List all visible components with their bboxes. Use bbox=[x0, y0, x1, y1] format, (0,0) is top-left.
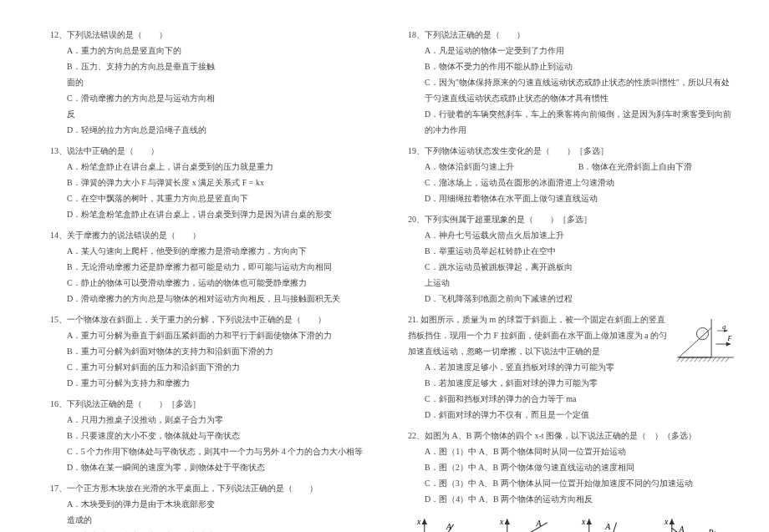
q20-stem: 20、下列实例属于超重现象的是（ ）［多选］ bbox=[408, 211, 736, 227]
q15-stem: 15、一个物体放在斜面上，关于重力的分解，下列说法中正确的是（ ） bbox=[50, 312, 378, 327]
q19-opt-a: A．物体沿斜面匀速上升 bbox=[425, 159, 562, 175]
q21-opt-b: B．若加速度足够大，斜面对球的弹力可能为零 bbox=[425, 375, 736, 391]
q16-opt-c: C．5 个力作用下物体处与平衡状态，则其中一个力与另外 4 个力的合力大小相等 bbox=[67, 443, 378, 459]
svg-text:F: F bbox=[727, 335, 732, 342]
left-column: 12、下列说法错误的是（ ） A．重力的方向总是竖直向下的 B．压力、支持力的方… bbox=[50, 27, 378, 532]
axis-y-label: x bbox=[416, 517, 421, 526]
q21-opt-d: D．斜面对球的弹力不仅有，而且是一个定值 bbox=[425, 407, 736, 423]
q15-opt-b: B．重力可分解为斜面对物体的支持力和沿斜面下滑的力 bbox=[67, 343, 378, 359]
q14-opt-c: C．静止的物体可以受滑动摩擦力，运动的物体也可能受静摩擦力 bbox=[67, 275, 378, 291]
exam-page: 12、下列说法错误的是（ ） A．重力的方向总是竖直向下的 B．压力、支持力的方… bbox=[50, 27, 736, 532]
q13-stem: 13、说法中正确的是（ ） bbox=[50, 143, 378, 159]
q22-opt-c: C．图（3）中 A、B 两个物体从同一位置开始做加速度不同的匀加速运动 bbox=[425, 475, 736, 491]
svg-line-7 bbox=[703, 357, 706, 362]
q18-opt-d: D．行驶着的车辆突然刹车，车上的乘客将向前倾倒，这是因为刹车时乘客受到向前的冲力… bbox=[425, 106, 736, 138]
q16-opt-d: D．物体在某一瞬间的速度为零，则物体处于平衡状态 bbox=[67, 459, 378, 475]
axis-y-label: x bbox=[581, 517, 586, 526]
question-12: 12、下列说法错误的是（ ） A．重力的方向总是竖直向下的 B．压力、支持力的方… bbox=[50, 27, 378, 138]
q20-opt-a: A．神舟七号运载火箭点火后加速上升 bbox=[425, 227, 580, 243]
q18-opt-c: C．因为"物体保持原来的匀速直线运动状态或静止状态的性质叫惯性"，所以只有处于匀… bbox=[425, 74, 736, 106]
q22-opt-a: A．图（1）中 A、B 两个物体同时从同一位置开始运动 bbox=[425, 443, 736, 459]
chart-2: x t A B (2) bbox=[494, 515, 572, 532]
series-a: A bbox=[446, 522, 452, 531]
question-21: F a 21. 如图所示，质量为 m 的球置于斜面上，被一个固定在斜面上的竖直挡… bbox=[408, 312, 736, 423]
q19-opt-c: C．溜冰场上，运动员在圆形的冰面滑道上匀速滑动 bbox=[425, 175, 736, 190]
svg-line-3 bbox=[685, 357, 689, 362]
q13-opt-a: A．粉笔盒静止在讲台桌上，讲台桌受到的压力就是重力 bbox=[67, 159, 378, 175]
question-22: 22、如图为 A、B 两个物体的四个 x-t 图像，以下说法正确的是（ ）（多选… bbox=[408, 428, 736, 507]
q12-opt-d: D．轻绳的拉力方向总是沿绳子直线的 bbox=[67, 122, 222, 138]
svg-marker-25 bbox=[422, 519, 428, 524]
series-a: A bbox=[678, 524, 685, 532]
question-14: 14、关于摩擦力的说法错误的是（ ） A．某人匀速向上爬杆，他受到的摩擦力是滑动… bbox=[50, 227, 378, 307]
question-18: 18、下列说法正确的是（ ） A．凡是运动的物体一定受到了力作用 B．物体不受力… bbox=[408, 27, 736, 138]
q16-opt-b: B．只要速度的大小不变，物体就处与平衡状态 bbox=[67, 428, 378, 443]
svg-marker-41 bbox=[669, 519, 675, 524]
chart-4: x t A B (4) bbox=[659, 515, 736, 532]
svg-line-8 bbox=[708, 357, 711, 362]
q12-opt-a: A．重力的方向总是竖直向下的 bbox=[67, 43, 222, 58]
q17-opt-a: A．木块受到的弹力是由于木块底部形变造成的 bbox=[67, 496, 222, 528]
q17-stem: 17、一个正方形木块放在光滑的水平桌面上，下列说法正确的是（ ） bbox=[50, 480, 378, 496]
chart-1: x t A B (1) bbox=[411, 515, 489, 532]
svg-marker-13 bbox=[679, 327, 711, 357]
q21-opt-c: C．斜面和挡板对球的弹力的合力等于 ma bbox=[425, 391, 736, 407]
svg-marker-37 bbox=[587, 519, 593, 524]
q18-opt-b: B．物体不受力的作用不能从静止到运动 bbox=[425, 58, 573, 74]
q13-opt-d: D．粉笔盒粉笔盒静止在讲台桌上，讲台桌受到弹力是因为讲台桌的形变 bbox=[67, 206, 378, 222]
series-a: A bbox=[604, 522, 611, 531]
q19-stem: 19、下列物体运动状态发生变化的是（ ）［多选］ bbox=[408, 143, 736, 159]
q12-opt-b: B．压力、支持力的方向总是垂直于接触面的 bbox=[67, 58, 222, 90]
svg-line-1 bbox=[676, 357, 680, 362]
q20-opt-d: D．飞机降落到地面之前向下减速的过程 bbox=[425, 291, 580, 307]
q22-opt-d: D．图（4）中 A、B 两个物体的运动方向相反 bbox=[425, 491, 736, 507]
svg-line-9 bbox=[712, 357, 716, 362]
q18-opt-a: A．凡是运动的物体一定受到了力作用 bbox=[425, 43, 564, 58]
svg-line-5 bbox=[695, 357, 698, 362]
axis-y-label: x bbox=[664, 517, 669, 526]
svg-line-4 bbox=[690, 357, 693, 362]
q13-opt-b: B．弹簧的弹力大小 F 与弹簧长度 x 满足关系式 F = kx bbox=[67, 175, 378, 190]
q22-stem: 22、如图为 A、B 两个物体的四个 x-t 图像，以下说法正确的是（ ）（多选… bbox=[408, 428, 736, 443]
q14-opt-a: A．某人匀速向上爬杆，他受到的摩擦力是滑动摩擦力，方向向下 bbox=[67, 243, 378, 259]
q17-opt-b: B．木块受到的弹力是由于桌面形变造成的 bbox=[67, 528, 222, 532]
svg-line-12 bbox=[726, 357, 729, 362]
svg-marker-31 bbox=[504, 519, 510, 524]
svg-line-10 bbox=[716, 357, 720, 362]
right-column: 18、下列说法正确的是（ ） A．凡是运动的物体一定受到了力作用 B．物体不受力… bbox=[408, 27, 736, 532]
svg-line-11 bbox=[721, 357, 725, 362]
q21-figure-icon: F a bbox=[675, 312, 736, 363]
q16-opt-a: A．只用力推桌子没推动，则桌子合力为零 bbox=[67, 412, 378, 428]
q15-opt-a: A．重力可分解为垂直于斜面压紧斜面的力和平行于斜面使物体下滑的力 bbox=[67, 327, 378, 343]
q20-opt-c: C．跳水运动员被跳板弹起，离开跳板向上运动 bbox=[425, 259, 580, 291]
q13-opt-c: C．在空中飘落的树叶，其重力方向总是竖直向下 bbox=[67, 190, 378, 206]
question-16: 16、下列说法正确的是（ ）［多选］ A．只用力推桌子没推动，则桌子合力为零 B… bbox=[50, 396, 378, 475]
q14-opt-d: D．滑动摩擦力的方向总是与物体的相对运动方向相反，且与接触面积无关 bbox=[67, 291, 378, 307]
chart-3: x t A B (3) bbox=[576, 515, 654, 532]
q20-opt-b: B．举重运动员举起杠铃静止在空中 bbox=[425, 243, 580, 259]
series-a: A bbox=[535, 519, 542, 528]
q16-stem: 16、下列说法正确的是（ ）［多选］ bbox=[50, 396, 378, 412]
q18-stem: 18、下列说法正确的是（ ） bbox=[408, 27, 736, 43]
q22-opt-b: B．图（2）中 A、B 两个物体做匀速直线运动的速度相同 bbox=[425, 459, 736, 475]
q15-opt-d: D．重力可分解为支持力和摩擦力 bbox=[67, 375, 190, 391]
q19-opt-d: D．用细绳拉着物体在水平面上做匀速直线运动 bbox=[425, 190, 736, 206]
q12-stem: 12、下列说法错误的是（ ） bbox=[50, 27, 378, 43]
q15-opt-c: C．重力可分解对斜面的压力和沿斜面下滑的力 bbox=[67, 359, 240, 375]
question-15: 15、一个物体放在斜面上，关于重力的分解，下列说法中正确的是（ ） A．重力可分… bbox=[50, 312, 378, 391]
svg-line-2 bbox=[681, 357, 685, 362]
svg-line-6 bbox=[699, 357, 702, 362]
svg-marker-21 bbox=[724, 329, 727, 332]
series-b: B bbox=[708, 528, 713, 532]
q12-opt-c: C．滑动摩擦力的方向总是与运动方向相反 bbox=[67, 90, 222, 122]
question-20: 20、下列实例属于超重现象的是（ ）［多选］ A．神舟七号运载火箭点火后加速上升… bbox=[408, 211, 736, 307]
axis-y-label: x bbox=[499, 517, 504, 526]
q19-opt-b: B．物体在光滑斜面上自由下滑 bbox=[578, 159, 693, 175]
question-13: 13、说法中正确的是（ ） A．粉笔盒静止在讲台桌上，讲台桌受到的压力就是重力 … bbox=[50, 143, 378, 222]
q22-charts: x t A B (1) x t A B bbox=[408, 512, 736, 532]
q14-opt-b: B．无论滑动摩擦力还是静摩擦力都可能是动力，即可能与运动方向相同 bbox=[67, 259, 378, 275]
svg-point-15 bbox=[696, 327, 708, 339]
q14-stem: 14、关于摩擦力的说法错误的是（ ） bbox=[50, 227, 378, 243]
question-17: 17、一个正方形木块放在光滑的水平桌面上，下列说法正确的是（ ） A．木块受到的… bbox=[50, 480, 378, 532]
question-19: 19、下列物体运动状态发生变化的是（ ）［多选］ A．物体沿斜面匀速上升 B．物… bbox=[408, 143, 736, 206]
